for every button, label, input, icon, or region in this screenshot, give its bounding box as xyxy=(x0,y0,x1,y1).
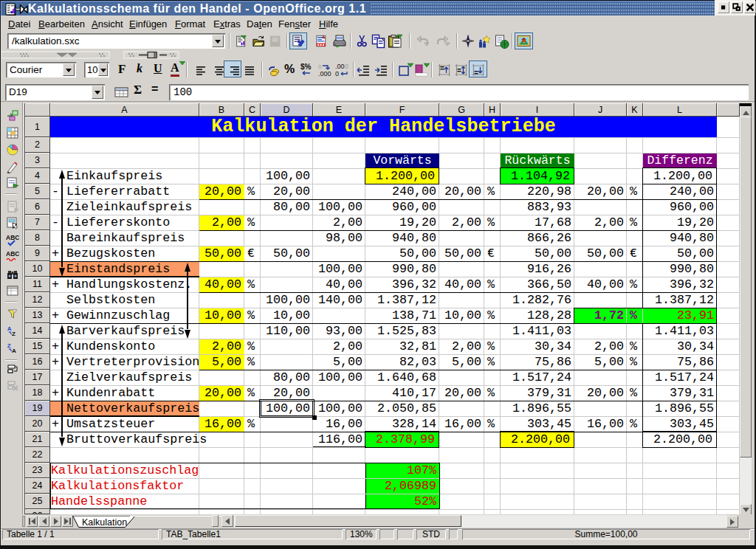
svg-text:.00: .00 xyxy=(335,63,345,70)
svg-text:0: 0 xyxy=(345,63,348,70)
svg-text:ABC: ABC xyxy=(6,234,19,241)
svg-text:0: 0 xyxy=(335,70,339,77)
svg-text:Kalkulation: Kalkulation xyxy=(82,517,127,528)
svg-text:.000: .000 xyxy=(318,70,331,77)
svg-text:$%: $% xyxy=(300,63,312,71)
svg-text:A: A xyxy=(7,325,12,332)
svg-text:A: A xyxy=(12,348,16,354)
svg-text:Z: Z xyxy=(7,342,11,349)
svg-text:0: 0 xyxy=(318,63,322,70)
svg-text:ABC: ABC xyxy=(6,250,19,258)
svg-text:Z: Z xyxy=(12,331,16,337)
